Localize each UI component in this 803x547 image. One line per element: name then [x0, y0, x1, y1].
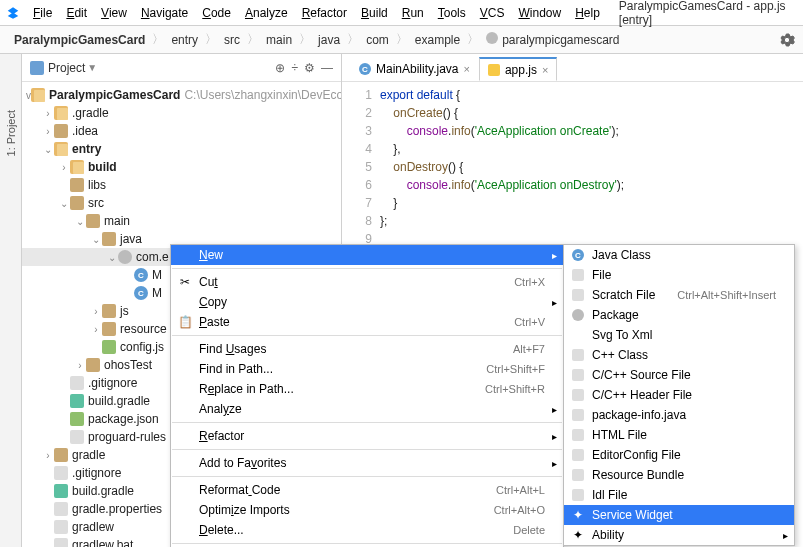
- tree-twisty[interactable]: ›: [42, 126, 54, 137]
- tree-twisty[interactable]: ›: [42, 450, 54, 461]
- tree-item[interactable]: ⌄entry: [22, 140, 341, 158]
- menu-file[interactable]: File: [26, 2, 59, 24]
- menu-item[interactable]: Idl File: [564, 485, 794, 505]
- menu-item[interactable]: Replace in Path...Ctrl+Shift+R: [171, 379, 563, 399]
- code-line[interactable]: };: [380, 212, 803, 230]
- menu-window[interactable]: Window: [511, 2, 568, 24]
- gear-icon[interactable]: ⚙: [304, 61, 315, 75]
- menu-item[interactable]: Find in Path...Ctrl+Shift+F: [171, 359, 563, 379]
- menu-item[interactable]: ✂CutCtrl+X: [171, 272, 563, 292]
- menu-item[interactable]: C++ Class: [564, 345, 794, 365]
- menu-item[interactable]: ✦Ability▸: [564, 525, 794, 545]
- tree-item[interactable]: ⌄src: [22, 194, 341, 212]
- dir-icon: [102, 322, 116, 336]
- package-icon: [486, 32, 498, 44]
- shortcut: Alt+F7: [513, 343, 545, 355]
- crumb-src[interactable]: src: [218, 30, 246, 50]
- code-line[interactable]: export default {: [380, 86, 803, 104]
- chevron-down-icon[interactable]: ▼: [87, 62, 97, 73]
- menu-item[interactable]: New▸: [171, 245, 563, 265]
- menu-help[interactable]: Help: [568, 2, 607, 24]
- context-menu[interactable]: New▸✂CutCtrl+XCopy▸📋PasteCtrl+VFind Usag…: [170, 244, 564, 547]
- menu-item[interactable]: Reformat CodeCtrl+Alt+L: [171, 480, 563, 500]
- menu-item[interactable]: package-info.java: [564, 405, 794, 425]
- menu-item[interactable]: Svg To Xml: [564, 325, 794, 345]
- collapse-icon[interactable]: —: [321, 61, 333, 75]
- code-line[interactable]: onCreate() {: [380, 104, 803, 122]
- tree-label: gradlew.bat: [72, 538, 133, 547]
- menu-item[interactable]: Find UsagesAlt+F7: [171, 339, 563, 359]
- tab-MainAbility.java[interactable]: CMainAbility.java×: [350, 57, 479, 81]
- tree-twisty[interactable]: ⌄: [58, 198, 70, 209]
- menu-item[interactable]: Delete...Delete: [171, 520, 563, 540]
- menu-item[interactable]: File: [564, 265, 794, 285]
- menu-item[interactable]: Package: [564, 305, 794, 325]
- tree-twisty[interactable]: ›: [90, 306, 102, 317]
- tree-twisty[interactable]: ⌄: [74, 216, 86, 227]
- crumb-com[interactable]: com: [360, 30, 395, 50]
- tree-root[interactable]: vParalympicGamesCardC:\Users\zhangxinxin…: [22, 86, 341, 104]
- tree-item[interactable]: ›.idea: [22, 122, 341, 140]
- code-line[interactable]: onDestroy() {: [380, 158, 803, 176]
- project-panel-title[interactable]: Project: [48, 61, 85, 75]
- menu-tools[interactable]: Tools: [431, 2, 473, 24]
- menu-build[interactable]: Build: [354, 2, 395, 24]
- crumb-ParalympicGamesCard[interactable]: ParalympicGamesCard: [8, 30, 151, 50]
- menu-item[interactable]: Resource Bundle: [564, 465, 794, 485]
- crumb-example[interactable]: example: [409, 30, 466, 50]
- submenu-new[interactable]: CJava ClassFileScratch FileCtrl+Alt+Shif…: [563, 244, 795, 546]
- menu-navigate[interactable]: Navigate: [134, 2, 195, 24]
- menu-refactor[interactable]: Refactor: [295, 2, 354, 24]
- split-icon[interactable]: ÷: [291, 61, 298, 75]
- tree-twisty[interactable]: ⌄: [42, 144, 54, 155]
- menu-item[interactable]: Copy▸: [171, 292, 563, 312]
- menu-view[interactable]: View: [94, 2, 134, 24]
- menu-item[interactable]: EditorConfig File: [564, 445, 794, 465]
- tree-item[interactable]: ⌄main: [22, 212, 341, 230]
- close-icon[interactable]: ×: [463, 63, 469, 75]
- crumb-entry[interactable]: entry: [165, 30, 204, 50]
- sidebar-tab-project[interactable]: 1: Project: [3, 104, 19, 162]
- menu-run[interactable]: Run: [395, 2, 431, 24]
- tree-item[interactable]: ›build: [22, 158, 341, 176]
- tab-app.js[interactable]: app.js×: [479, 57, 557, 81]
- crumb-main[interactable]: main: [260, 30, 298, 50]
- menu-item[interactable]: 📋PasteCtrl+V: [171, 312, 563, 332]
- menu-edit[interactable]: Edit: [59, 2, 94, 24]
- tree-item[interactable]: ›.gradle: [22, 104, 341, 122]
- code-line[interactable]: }: [380, 194, 803, 212]
- tree-twisty[interactable]: ⌄: [106, 252, 118, 263]
- code-line[interactable]: console.info('AceApplication onDestroy')…: [380, 176, 803, 194]
- menu-item[interactable]: Analyze▸: [171, 399, 563, 419]
- menu-item[interactable]: CJava Class: [564, 245, 794, 265]
- menu-label: C/C++ Header File: [592, 388, 692, 402]
- code-line[interactable]: },: [380, 140, 803, 158]
- tree-twisty[interactable]: ›: [90, 324, 102, 335]
- crumb-java[interactable]: java: [312, 30, 346, 50]
- tree-twisty[interactable]: ›: [58, 162, 70, 173]
- menu-vcs[interactable]: VCS: [473, 2, 512, 24]
- close-icon[interactable]: ×: [542, 64, 548, 76]
- tree-label: .gradle: [72, 106, 109, 120]
- tree-item[interactable]: libs: [22, 176, 341, 194]
- tree-twisty[interactable]: ›: [42, 108, 54, 119]
- menu-item[interactable]: Add to Favorites▸: [171, 453, 563, 473]
- menu-item[interactable]: Refactor▸: [171, 426, 563, 446]
- menu-item[interactable]: C/C++ Source File: [564, 365, 794, 385]
- menu-item[interactable]: Scratch FileCtrl+Alt+Shift+Insert: [564, 285, 794, 305]
- code-line[interactable]: console.info('AceApplication onCreate');: [380, 122, 803, 140]
- tree-label: package.json: [88, 412, 159, 426]
- menu-item[interactable]: ✦Service Widget: [564, 505, 794, 525]
- menu-analyze[interactable]: Analyze: [238, 2, 295, 24]
- gear-icon[interactable]: [779, 32, 795, 48]
- diro-icon: [54, 106, 68, 120]
- tree-twisty[interactable]: ⌄: [90, 234, 102, 245]
- tree-label: entry: [72, 142, 101, 156]
- crumb-paralympicgamescard[interactable]: paralympicgamescard: [480, 29, 625, 50]
- menu-item[interactable]: C/C++ Header File: [564, 385, 794, 405]
- target-icon[interactable]: ⊕: [275, 61, 285, 75]
- menu-code[interactable]: Code: [195, 2, 238, 24]
- tree-twisty[interactable]: ›: [74, 360, 86, 371]
- menu-item[interactable]: Optimize ImportsCtrl+Alt+O: [171, 500, 563, 520]
- menu-item[interactable]: HTML File: [564, 425, 794, 445]
